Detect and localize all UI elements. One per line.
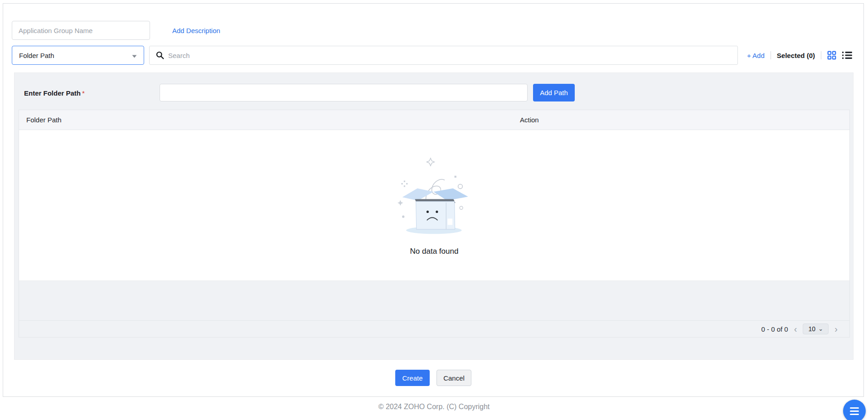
add-description-link[interactable]: Add Description [172,27,220,34]
chevron-down-icon [132,52,137,59]
divider [771,51,771,59]
search-box[interactable] [149,46,738,65]
main-card: Add Description Folder Path + Add Select… [3,3,864,397]
copyright-footer: © 2024 ZOHO Corp. (C) Copyright [0,403,868,411]
folder-path-table: Folder Path Action [19,110,850,338]
toolbar: Folder Path + Add Selected (0) [12,46,852,65]
application-group-name-input[interactable] [12,21,150,40]
divider [821,51,821,59]
name-row: Add Description [12,21,220,40]
search-icon [156,51,164,59]
toolbar-right-controls: + Add Selected (0) [747,51,852,60]
empty-box-illustration [395,157,474,235]
add-button[interactable]: + Add [747,52,765,59]
chevron-down-icon: ⌄ [818,327,823,331]
column-header-folder-path: Folder Path [19,116,520,124]
search-input[interactable] [168,52,731,59]
hamburger-icon [850,407,859,409]
page-size-value: 10 [809,325,816,333]
no-data-text: No data found [410,247,459,256]
pagination-prev-icon[interactable]: ‹ [793,324,798,333]
folder-path-filter-dropdown[interactable]: Folder Path [12,46,144,65]
table-empty-state: No data found [19,130,849,281]
table-header-row: Folder Path Action [19,110,849,130]
cancel-button[interactable]: Cancel [436,370,471,386]
folder-path-form-row: Enter Folder Path* Add Path [15,73,853,110]
column-header-action: Action [520,116,849,124]
pagination-range: 0 - 0 of 0 [761,325,788,333]
list-view-icon[interactable] [842,51,852,59]
add-path-button[interactable]: Add Path [533,84,575,101]
folder-path-panel: Enter Folder Path* Add Path Folder Path … [14,72,853,360]
pagination-next-icon[interactable]: › [834,324,839,333]
filter-dropdown-value: Folder Path [19,52,54,59]
selected-count: Selected (0) [777,52,815,59]
folder-path-input[interactable] [160,84,528,101]
required-marker: * [82,89,85,97]
floating-menu-button[interactable] [843,400,866,420]
table-filler-row [19,281,849,321]
pagination-bar: 0 - 0 of 0 ‹ 10 ⌄ › [19,321,849,337]
form-actions: Create Cancel [3,370,863,386]
create-button[interactable]: Create [395,370,430,386]
page-size-select[interactable]: 10 ⌄ [803,323,829,334]
enter-folder-path-label: Enter Folder Path* [24,89,85,97]
grid-view-icon[interactable] [827,51,836,60]
